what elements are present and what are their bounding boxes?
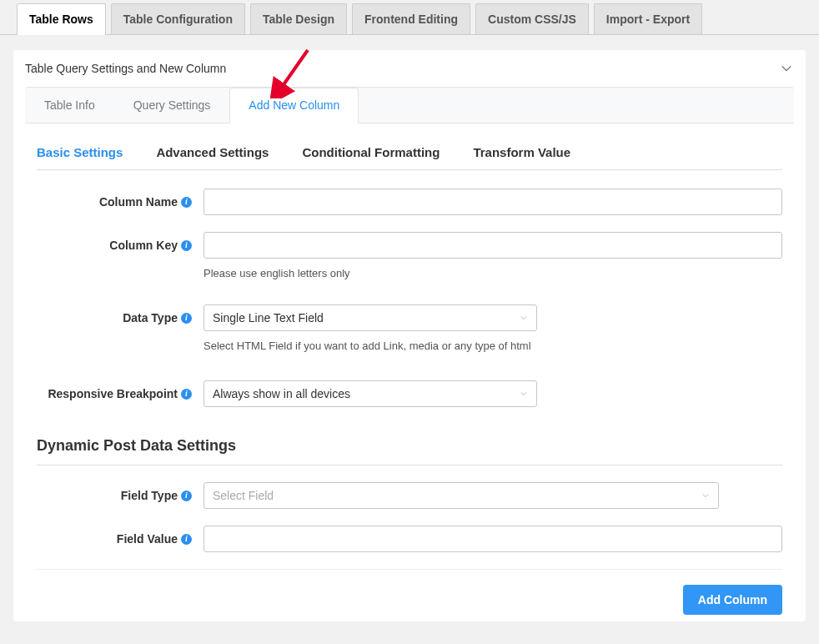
tab-table-configuration[interactable]: Table Configuration [111, 3, 245, 34]
row-column-name: Column Name i [37, 189, 782, 215]
panel-title: Table Query Settings and New Column [25, 62, 226, 75]
sub-tab-table-info[interactable]: Table Info [25, 88, 114, 123]
chevron-down-icon [520, 314, 528, 322]
input-column-key[interactable] [203, 232, 782, 259]
info-icon[interactable]: i [181, 313, 192, 324]
actions: Add Column [37, 585, 782, 621]
label-column-key: Column Key i [37, 232, 203, 252]
sub-tab-add-new-column[interactable]: Add New Column [229, 88, 359, 123]
hint-data-type: Select HTML Field if you want to add Lin… [203, 340, 537, 352]
label-field-type: Field Type i [37, 482, 203, 502]
chevron-down-icon [701, 491, 710, 500]
label-data-type-text: Data Type [123, 311, 178, 325]
label-column-name-text: Column Name [99, 195, 178, 209]
row-column-key: Column Key i Please use english letters … [37, 232, 782, 279]
chevron-down-icon [520, 390, 528, 398]
sec-tab-conditional-formatting[interactable]: Conditional Formatting [302, 145, 440, 159]
settings-panel: Table Query Settings and New Column Tabl… [13, 50, 806, 621]
label-responsive-text: Responsive Breakpoint [48, 387, 178, 400]
tab-custom-css-js[interactable]: Custom CSS/JS [475, 3, 589, 34]
select-data-type[interactable]: Single Line Text Field [203, 304, 537, 331]
sub-tab-query-settings[interactable]: Query Settings [114, 88, 230, 123]
label-column-name: Column Name i [37, 189, 203, 209]
hint-column-key: Please use english letters only [203, 267, 782, 279]
info-icon[interactable]: i [181, 240, 192, 251]
label-responsive: Responsive Breakpoint i [37, 380, 203, 400]
row-responsive: Responsive Breakpoint i Always show in a… [37, 380, 782, 407]
label-column-key-text: Column Key [109, 239, 178, 252]
info-icon[interactable]: i [181, 389, 192, 400]
select-field-type-placeholder: Select Field [213, 489, 274, 502]
info-icon[interactable]: i [181, 197, 192, 208]
divider [37, 569, 782, 570]
select-data-type-value: Single Line Text Field [213, 311, 324, 325]
label-field-value: Field Value i [37, 526, 203, 546]
sec-tab-basic-settings[interactable]: Basic Settings [37, 145, 123, 159]
section-tabs: Basic Settings Advanced Settings Conditi… [37, 145, 782, 170]
tab-import-export[interactable]: Import - Export [594, 3, 702, 34]
sub-tabs: Table Info Query Settings Add New Column [25, 87, 794, 123]
row-field-value: Field Value i [37, 526, 782, 552]
chevron-down-icon [781, 63, 792, 74]
select-field-type[interactable]: Select Field [203, 482, 719, 509]
label-field-type-text: Field Type [121, 489, 178, 502]
main-tabs: Table Rows Table Configuration Table Des… [0, 0, 819, 35]
tab-frontend-editing[interactable]: Frontend Editing [352, 3, 470, 34]
add-column-button[interactable]: Add Column [683, 585, 782, 615]
info-icon[interactable]: i [181, 491, 192, 501]
row-field-type: Field Type i Select Field [37, 482, 782, 509]
sec-tab-transform-value[interactable]: Transform Value [473, 145, 570, 159]
tab-table-rows[interactable]: Table Rows [17, 3, 106, 34]
section-title-dynamic: Dynamic Post Data Settings [37, 437, 782, 465]
select-responsive-value: Always show in all devices [213, 387, 350, 400]
label-field-value-text: Field Value [117, 532, 178, 546]
select-responsive-breakpoint[interactable]: Always show in all devices [203, 380, 537, 407]
input-field-value[interactable] [203, 526, 782, 552]
tab-content: Basic Settings Advanced Settings Conditi… [13, 123, 806, 621]
input-column-name[interactable] [203, 189, 782, 215]
tab-table-design[interactable]: Table Design [250, 3, 347, 34]
panel-header[interactable]: Table Query Settings and New Column [13, 50, 806, 87]
label-data-type: Data Type i [37, 304, 203, 325]
sec-tab-advanced-settings[interactable]: Advanced Settings [156, 145, 269, 159]
row-data-type: Data Type i Single Line Text Field Selec… [37, 304, 782, 352]
info-icon[interactable]: i [181, 534, 192, 545]
